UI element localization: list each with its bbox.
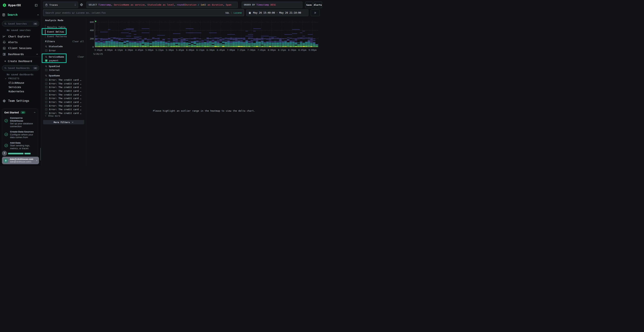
checkbox-unchecked[interactable]	[45, 69, 48, 71]
sidebar-item-alerts[interactable]: Alerts	[0, 40, 41, 45]
filter-option-spanname[interactable]: Error: The credit card …	[45, 89, 82, 93]
filter-option-error[interactable]: Error	[45, 49, 56, 52]
bell-icon	[2, 40, 6, 44]
search-icon[interactable]	[45, 65, 47, 68]
more-filters-button[interactable]: More filters	[43, 120, 84, 124]
team-settings-label: Team Settings	[8, 99, 29, 102]
checkbox-unchecked[interactable]	[45, 90, 48, 92]
checkbox-unchecked[interactable]	[45, 112, 48, 114]
no-saved-dashboards-text: No saved dashboards	[7, 73, 34, 76]
sidebar-item-client-sessions[interactable]: Client Sessions	[0, 46, 41, 50]
sidebar-item-search-label: Search	[8, 13, 18, 16]
presets-toggle[interactable]: PRESETS	[5, 77, 20, 80]
x-axis-tick: 6:45pm	[217, 49, 225, 51]
checkbox-unchecked[interactable]	[45, 49, 48, 52]
mode-event-patterns[interactable]: Event Patterns	[47, 34, 67, 39]
filter-option-spanname[interactable]: Error: The credit card …	[45, 104, 82, 108]
get-started-step[interactable]: Add Data Start sending logs, metrics, or…	[4, 142, 36, 150]
sidebar-item-label: Dashboards	[8, 53, 24, 56]
help-button[interactable]: ?	[2, 151, 7, 156]
step-title: Connect to ClickHouse	[10, 117, 36, 122]
step-title: Create Data Sources	[10, 130, 36, 133]
preset-item-kubernetes[interactable]: Kubernetes	[8, 90, 24, 93]
divider	[0, 19, 41, 20]
get-started-step[interactable]: Create Data Sources Configure where your…	[4, 130, 36, 139]
x-axis-tick: 8:15pm	[278, 49, 286, 51]
step-desc: Configure where your data comes from	[10, 133, 36, 139]
save-button[interactable]: Save	[305, 2, 313, 8]
filter-option-spanname[interactable]: Error: The credit card …	[45, 93, 82, 96]
sidebar-item-dashboards[interactable]: Dashboards	[0, 52, 41, 57]
chevron-down-icon	[5, 78, 6, 80]
filter-option-spanname[interactable]: Error: The credit card …	[45, 78, 82, 82]
filter-option-internal[interactable]: Internal	[45, 69, 60, 71]
chevron-updown-icon	[74, 4, 76, 6]
x-axis-tick: 4:00pm	[104, 49, 112, 51]
checkbox-unchecked[interactable]	[45, 82, 48, 85]
filter-option-spanname[interactable]: Error: The credit card …	[45, 108, 82, 112]
clear-all-button[interactable]: Clear all	[70, 40, 84, 43]
search-icon[interactable]	[45, 74, 47, 77]
search-icon	[4, 67, 6, 69]
calendar-icon	[248, 12, 251, 14]
preset-item-services[interactable]: Services	[8, 86, 21, 88]
logo[interactable]: HyperDX	[2, 3, 21, 7]
checkbox-unchecked[interactable]	[45, 97, 48, 100]
sidebar-item-chart-explorer[interactable]: Chart Explorer	[0, 34, 41, 39]
checkbox-unchecked[interactable]	[45, 108, 48, 110]
run-query-button[interactable]	[311, 9, 320, 16]
filter-group-name: ServiceName	[49, 56, 64, 58]
checkbox-unchecked[interactable]	[45, 101, 48, 103]
user-profile-chip[interactable]: D dale@clickhouse.com dale@clickhouse.co…	[2, 157, 39, 164]
preset-item-clickhouse[interactable]: ClickHouse	[8, 82, 24, 84]
sidebar-item-team-settings[interactable]: Team Settings	[0, 98, 41, 104]
x-axis-tick: 8:00pm	[268, 49, 276, 51]
filter-group-name: SpanKind	[49, 65, 60, 68]
check-circle-icon	[4, 119, 8, 128]
sidebar-item-search[interactable]: Search	[2, 13, 39, 16]
mode-results-table[interactable]: Results Table	[47, 25, 66, 30]
filter-option-payment[interactable]: payment	[45, 59, 58, 62]
get-started-step[interactable]: Connect to ClickHouse Set up your databa…	[4, 117, 36, 128]
mode-toggle-lucene[interactable]: Lucene	[234, 12, 242, 14]
time-range-picker[interactable]: May 26 15:40:00 - May 26 21:10:00	[246, 9, 308, 16]
clear-servicename-button[interactable]: Clear	[74, 56, 84, 58]
filter-option-spanname[interactable]: Error: The credit card …	[45, 96, 82, 100]
filter-option-label: Error: The credit card …	[49, 82, 82, 85]
mode-event-deltas[interactable]: Event Deltas	[47, 30, 64, 34]
filter-option-spanname[interactable]: Error: The credit card …	[45, 82, 82, 86]
sidebar-scrollbar[interactable]	[40, 148, 41, 161]
get-started-card: Get Started 3/3 Connect to ClickHouse Se…	[2, 108, 38, 157]
checkbox-unchecked[interactable]	[45, 86, 48, 88]
checkbox-unchecked[interactable]	[45, 79, 48, 81]
saved-searches-input[interactable]: Saved Searches ⌘K	[2, 21, 39, 26]
filter-option-spanname[interactable]: Error: The credit card …	[45, 100, 82, 104]
search-icon	[4, 22, 6, 25]
saved-dashboards-input[interactable]: Saved Dashboards ⌘K	[2, 65, 39, 71]
show-more-button[interactable]: Show more	[45, 114, 60, 117]
source-settings-gear-icon[interactable]	[80, 3, 83, 6]
sql-orderby-editor[interactable]: ORDER BY Timestamp DESC	[242, 2, 302, 8]
step-desc: Start sending logs, metrics, or traces	[10, 144, 36, 150]
mode-toggle-sql[interactable]: SQL	[226, 12, 230, 14]
get-started-title: Get Started	[4, 111, 19, 114]
y-axis-tick-400: 400	[87, 29, 94, 32]
chevron-up-icon[interactable]	[34, 112, 36, 114]
sidebar-collapse-icon[interactable]	[35, 4, 38, 7]
gear-icon	[2, 99, 6, 103]
sidebar-item-label: Alerts	[8, 41, 18, 44]
alerts-button[interactable]: Alerts	[314, 2, 322, 8]
search-icon[interactable]	[45, 56, 47, 58]
search-icon[interactable]	[45, 46, 47, 48]
sql-select-editor[interactable]: SELECT Timestamp, ServiceName as service…	[86, 2, 238, 8]
checkbox-checked[interactable]	[45, 60, 48, 62]
heatmap-canvas[interactable]	[95, 20, 318, 47]
filter-option-spanname[interactable]: Error: The credit card …	[45, 85, 82, 89]
source-select[interactable]: Traces	[43, 2, 78, 8]
checkbox-unchecked[interactable]	[45, 105, 48, 107]
create-dashboard-button[interactable]: Create Dashboard	[0, 59, 41, 64]
checkbox-unchecked[interactable]	[45, 94, 48, 96]
analysis-mode-rail	[45, 25, 46, 38]
search-input[interactable]: Search your events w/ Lucene ex. column:…	[43, 9, 244, 16]
chevron-up-icon	[36, 53, 38, 56]
